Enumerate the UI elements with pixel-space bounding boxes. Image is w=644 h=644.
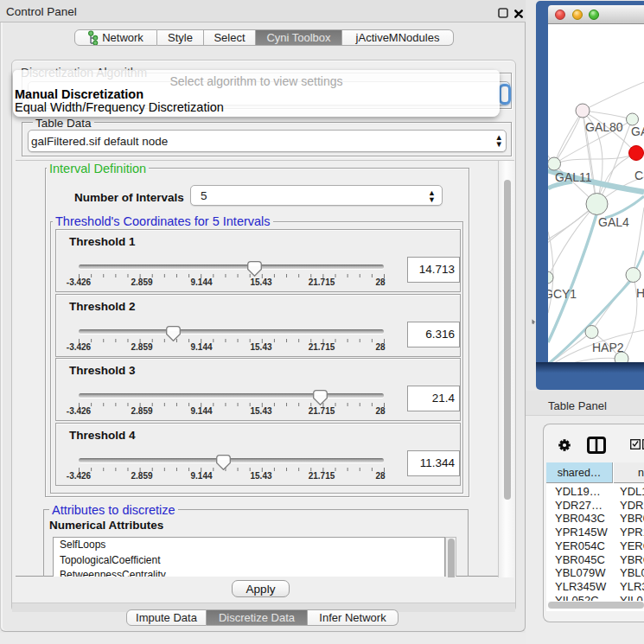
svg-text:GAL11: GAL11 [555,170,592,184]
svg-text:GCY1: GCY1 [548,287,577,301]
svg-text:C: C [634,169,643,182]
svg-text:GAL80: GAL80 [585,120,623,134]
svg-text:GAL4: GAL4 [598,215,629,229]
svg-text:H: H [636,286,644,300]
svg-text:HAP2: HAP2 [592,341,624,354]
svg-text:GA: GA [631,124,644,138]
